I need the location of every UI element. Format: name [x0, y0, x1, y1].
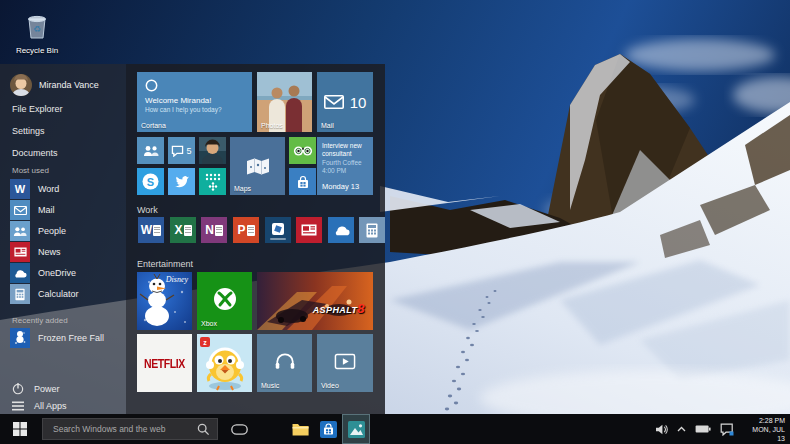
- sidebar-item-word[interactable]: W Word: [10, 179, 59, 199]
- tile-asphalt-8[interactable]: ASPHALT8: [257, 272, 373, 330]
- taskbar-clock[interactable]: 2:28 PM MON, JUL 13: [743, 416, 785, 443]
- tile-label: Xbox: [201, 320, 217, 327]
- sidebar-item-label: Mail: [38, 205, 55, 215]
- tile-dots-app[interactable]: [199, 168, 226, 195]
- tile-photos[interactable]: Photos: [257, 72, 312, 132]
- onenote-icon: N: [205, 223, 214, 237]
- start-menu: Miranda Vance File Explorer Settings Doc…: [0, 64, 385, 414]
- tile-news[interactable]: [296, 217, 322, 243]
- taskbar: 2:28 PM MON, JUL 13: [0, 414, 790, 444]
- tile-onedrive[interactable]: [328, 217, 354, 243]
- sidebar-item-documents[interactable]: Documents: [12, 148, 58, 158]
- tile-frozen-free-fall[interactable]: Disney: [137, 272, 192, 330]
- group-header-entertainment: Entertainment: [137, 259, 193, 269]
- recycle-bin[interactable]: ♻ Recycle Bin: [6, 12, 68, 55]
- power-button[interactable]: Power: [12, 382, 60, 395]
- skype-icon: S: [142, 173, 159, 190]
- news-icon: [10, 242, 30, 262]
- tile-calendar[interactable]: Interview new consultant Fourth Coffee 4…: [317, 137, 373, 195]
- tile-twitter[interactable]: [168, 168, 195, 195]
- powerpoint-icon: P: [237, 223, 245, 237]
- tile-video[interactable]: Video: [317, 334, 373, 392]
- taskbar-store[interactable]: [314, 414, 342, 444]
- start-menu-tiles: Welcome Miranda! How can I help you toda…: [126, 64, 385, 414]
- video-player-icon: [334, 353, 356, 370]
- tile-photo-live[interactable]: [199, 137, 226, 164]
- twitter-bird-icon: [174, 175, 190, 188]
- tile-netflix[interactable]: NETFLIX: [137, 334, 192, 392]
- calculator-icon: [366, 223, 378, 238]
- tile-app-unknown[interactable]: [265, 217, 291, 243]
- tripadvisor-owl-icon: [293, 145, 313, 157]
- tile-skype[interactable]: S: [137, 168, 164, 195]
- tile-music[interactable]: Music: [257, 334, 312, 392]
- tile-people[interactable]: [137, 137, 164, 164]
- people-icon: [10, 221, 30, 241]
- tile-label: Maps: [234, 185, 251, 192]
- excel-icon: X: [174, 223, 182, 237]
- volume-icon[interactable]: [655, 424, 668, 435]
- tile-cortana[interactable]: Welcome Miranda! How can I help you toda…: [137, 72, 252, 132]
- taskbar-photos-active[interactable]: [342, 414, 370, 444]
- sidebar-item-label: Frozen Free Fall: [38, 333, 104, 343]
- search-input[interactable]: [43, 424, 193, 434]
- tile-word[interactable]: W: [138, 217, 164, 243]
- tile-tripadvisor[interactable]: [289, 137, 316, 164]
- all-apps-label: All Apps: [34, 401, 67, 411]
- calendar-event-title: Interview new consultant: [322, 142, 370, 158]
- sidebar-item-mail[interactable]: Mail: [10, 200, 55, 220]
- action-center-icon[interactable]: [720, 423, 734, 436]
- frozen-free-fall-icon: [10, 328, 30, 348]
- sidebar-item-people[interactable]: People: [10, 221, 66, 241]
- photos-app-icon: [348, 421, 365, 438]
- recycle-bin-icon: ♻: [24, 12, 50, 40]
- start-menu-sidebar: Miranda Vance File Explorer Settings Doc…: [0, 64, 126, 414]
- user-name: Miranda Vance: [39, 80, 99, 90]
- news-icon: [301, 224, 317, 236]
- user-account-button[interactable]: Miranda Vance: [10, 74, 99, 96]
- task-view-button[interactable]: [222, 414, 256, 444]
- mail-unread-count: 10: [350, 94, 367, 111]
- calendar-event-location: Fourth Coffee: [322, 159, 362, 166]
- clock-time: 2:28 PM: [743, 416, 785, 425]
- desktop: ♻ Recycle Bin Miranda Vance File Explo: [0, 0, 790, 444]
- show-hidden-icons-chevron[interactable]: [677, 426, 686, 432]
- store-icon: [320, 421, 337, 438]
- sidebar-item-label: Word: [38, 184, 59, 194]
- tile-maps[interactable]: Maps: [230, 137, 285, 195]
- tiny-caption: [270, 238, 286, 240]
- asphalt-8-logo: ASPHALT8: [313, 301, 365, 316]
- sidebar-item-settings[interactable]: Settings: [12, 126, 45, 136]
- tile-xbox[interactable]: Xbox: [197, 272, 252, 330]
- tile-messaging[interactable]: 5: [168, 137, 195, 164]
- sidebar-item-frozen-free-fall[interactable]: Frozen Free Fall: [10, 328, 104, 348]
- taskbar-file-explorer[interactable]: [286, 414, 314, 444]
- all-apps-button[interactable]: All Apps: [12, 401, 67, 411]
- sidebar-item-onedrive[interactable]: OneDrive: [10, 263, 76, 283]
- tile-powerpoint[interactable]: P: [233, 217, 259, 243]
- sidebar-item-label: People: [38, 226, 66, 236]
- sidebar-item-calculator[interactable]: Calculator: [10, 284, 79, 304]
- tile-excel[interactable]: X: [170, 217, 196, 243]
- cortana-subtitle: How can I help you today?: [145, 106, 222, 113]
- tilted-photo-icon: [271, 222, 285, 236]
- task-view-icon: [231, 424, 248, 435]
- start-button[interactable]: [0, 414, 40, 444]
- tile-onenote[interactable]: N: [201, 217, 227, 243]
- tile-label: Music: [261, 382, 279, 389]
- tile-mail[interactable]: 10 Mail: [317, 72, 373, 132]
- taskbar-search-box[interactable]: [42, 418, 218, 440]
- sidebar-item-label: Calculator: [38, 289, 79, 299]
- clock-date: MON, JUL 13: [743, 425, 785, 443]
- tile-store[interactable]: [289, 168, 316, 195]
- tile-label: Mail: [321, 122, 334, 129]
- windows-logo-icon: [13, 422, 27, 436]
- battery-icon[interactable]: [695, 424, 711, 434]
- power-icon: [12, 382, 24, 395]
- tile-calculator[interactable]: [359, 217, 385, 243]
- sidebar-item-label: News: [38, 247, 61, 257]
- sidebar-item-file-explorer[interactable]: File Explorer: [12, 104, 63, 114]
- tile-zynga-game[interactable]: z: [197, 334, 252, 392]
- tile-label: Cortana: [141, 122, 166, 129]
- sidebar-item-news[interactable]: News: [10, 242, 61, 262]
